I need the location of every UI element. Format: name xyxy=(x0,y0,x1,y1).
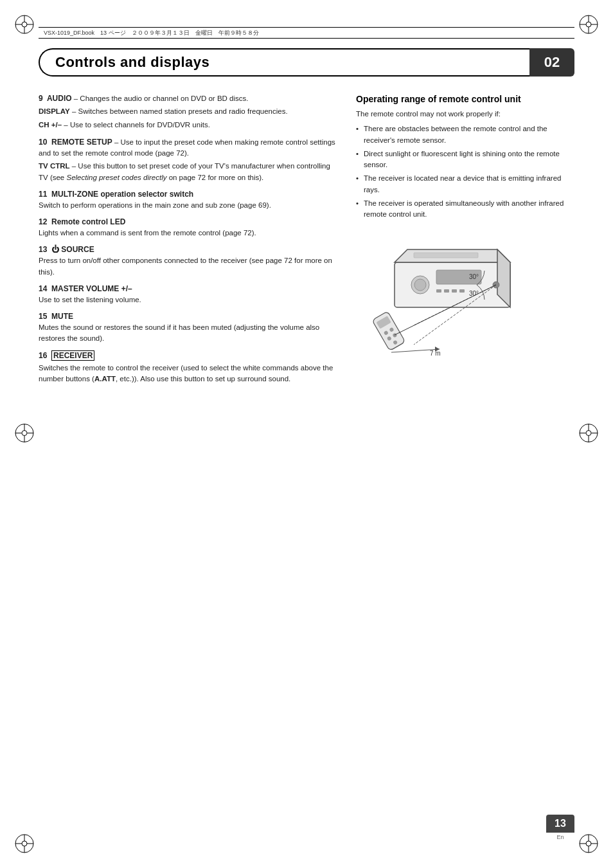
item-10-number: 10 xyxy=(39,138,51,147)
bullet-list: There are obstacles between the remote c… xyxy=(356,123,574,220)
svg-point-3 xyxy=(22,22,27,27)
corner-mark-ml xyxy=(12,420,37,448)
item-14-desc: Use to set the listening volume. xyxy=(39,294,341,305)
item-16: 16 RECEIVER Switches the remote to contr… xyxy=(39,351,341,385)
item-13-label: ⏻ SOURCE xyxy=(51,245,94,254)
item-14-number: 14 xyxy=(39,284,51,293)
svg-point-19 xyxy=(22,431,27,436)
item-12-number: 12 xyxy=(39,217,51,226)
item-11-number: 11 xyxy=(39,190,51,199)
svg-rect-31 xyxy=(444,289,449,293)
svg-point-28 xyxy=(414,279,426,291)
svg-rect-35 xyxy=(414,253,478,258)
item-11-header: 11 MULTI-ZONE operation selector switch xyxy=(39,190,341,199)
corner-mark-mr xyxy=(576,420,601,448)
chapter-header: Controls and displays 02 xyxy=(39,48,574,77)
receiver-shape xyxy=(395,249,510,307)
page-number: 13 xyxy=(546,815,574,833)
corner-mark-tr xyxy=(576,12,601,37)
svg-point-23 xyxy=(586,431,591,436)
item-16-desc: Switches the remote to control the recei… xyxy=(39,363,341,385)
item-12-header: 12 Remote control LED xyxy=(39,217,341,226)
item-13-desc: Press to turn on/off other components co… xyxy=(39,255,341,278)
item-9-ch-label: CH +/– xyxy=(39,121,62,129)
item-13-number: 13 xyxy=(39,245,51,254)
item-13: 13 ⏻ SOURCE Press to turn on/off other c… xyxy=(39,245,341,278)
file-info-text: VSX-1019_DF.book 13 ページ ２００９年３月１３日 金曜日 午… xyxy=(44,29,259,37)
item-14-header: 14 MASTER VOLUME +/– xyxy=(39,284,341,293)
corner-mark-br xyxy=(576,831,601,856)
item-16-number: 16 xyxy=(39,351,51,360)
item-16-header: 16 RECEIVER xyxy=(39,351,341,360)
item-13-header: 13 ⏻ SOURCE xyxy=(39,245,341,254)
item-10-header: 10 REMOTE SETUP – Use to input the prese… xyxy=(39,137,341,159)
svg-rect-33 xyxy=(459,289,465,293)
page-lang: En xyxy=(546,834,574,840)
chapter-title-box: Controls and displays xyxy=(39,48,529,77)
item-9-label-audio: AUDIO xyxy=(47,94,72,103)
svg-rect-32 xyxy=(452,289,457,293)
remote-diagram: 30° 30° 7 m xyxy=(356,230,549,372)
item-14-label: MASTER VOLUME +/– xyxy=(51,284,132,293)
item-10: 10 REMOTE SETUP – Use to input the prese… xyxy=(39,137,341,183)
item-9-header: 9 AUDIO – Changes the audio or channel o… xyxy=(39,93,341,104)
section-intro: The remote control may not work properly… xyxy=(356,109,574,120)
item-10-tvctrl: TV CTRL – Use this button to set preset … xyxy=(39,161,341,183)
item-16-bold: A.ATT xyxy=(94,375,116,383)
bullet-1: There are obstacles between the remote c… xyxy=(356,123,574,146)
svg-rect-36 xyxy=(372,311,405,351)
item-9-display: DISPLAY – Switches between named station… xyxy=(39,106,341,117)
file-info-bar: VSX-1019_DF.book 13 ページ ２００９年３月１３日 金曜日 午… xyxy=(39,27,574,39)
angle-label-2: 30° xyxy=(469,290,479,297)
section-heading: Operating range of remote control unit xyxy=(356,93,574,105)
angle-label-1: 30° xyxy=(469,273,479,280)
remote-diagram-svg: 30° 30° 7 m xyxy=(356,230,549,372)
item-9: 9 AUDIO – Changes the audio or channel o… xyxy=(39,93,341,131)
item-12: 12 Remote control LED Lights when a comm… xyxy=(39,217,341,239)
svg-rect-30 xyxy=(436,289,441,293)
item-10-label: REMOTE SETUP xyxy=(51,138,112,147)
item-15-header: 15 MUTE xyxy=(39,312,341,321)
item-10-italic: Selecting preset codes directly xyxy=(66,174,166,181)
item-15-label: MUTE xyxy=(51,312,73,321)
item-9-ch: CH +/– – Use to select channels for DVD/… xyxy=(39,120,341,131)
bullet-4: The receiver is operated simultaneously … xyxy=(356,198,574,221)
remote-shape xyxy=(372,311,405,351)
item-16-label: RECEIVER xyxy=(51,350,94,361)
left-column: 9 AUDIO – Changes the audio or channel o… xyxy=(39,87,341,804)
corner-mark-tl xyxy=(12,12,37,37)
item-14: 14 MASTER VOLUME +/– Use to set the list… xyxy=(39,284,341,305)
main-content: 9 AUDIO – Changes the audio or channel o… xyxy=(39,87,574,804)
svg-point-7 xyxy=(586,22,591,27)
item-15-desc: Mutes the sound or restores the sound if… xyxy=(39,322,341,345)
svg-point-11 xyxy=(22,841,27,846)
item-11-desc: Switch to perform operations in the main… xyxy=(39,200,341,211)
item-9-display-label: DISPLAY xyxy=(39,107,70,115)
item-11: 11 MULTI-ZONE operation selector switch … xyxy=(39,190,341,211)
item-12-label: Remote control LED xyxy=(51,217,125,226)
bullet-2: Direct sunlight or fluorescent light is … xyxy=(356,149,574,171)
item-15-number: 15 xyxy=(39,312,51,321)
item-9-desc-audio: – Changes the audio or channel on DVD or… xyxy=(72,95,249,102)
right-column: Operating range of remote control unit T… xyxy=(356,87,574,804)
item-10-tvctrl-label: TV CTRL xyxy=(39,162,70,170)
chapter-title: Controls and displays xyxy=(55,54,209,71)
corner-mark-bl xyxy=(12,831,37,856)
chapter-number: 02 xyxy=(529,48,574,77)
item-11-label: MULTI-ZONE operation selector switch xyxy=(51,190,193,199)
item-12-desc: Lights when a command is sent from the r… xyxy=(39,228,341,239)
bullet-3: The receiver is located near a device th… xyxy=(356,173,574,195)
item-15: 15 MUTE Mutes the sound or restores the … xyxy=(39,312,341,345)
svg-point-15 xyxy=(586,841,591,846)
item-9-number: 9 xyxy=(39,94,47,103)
